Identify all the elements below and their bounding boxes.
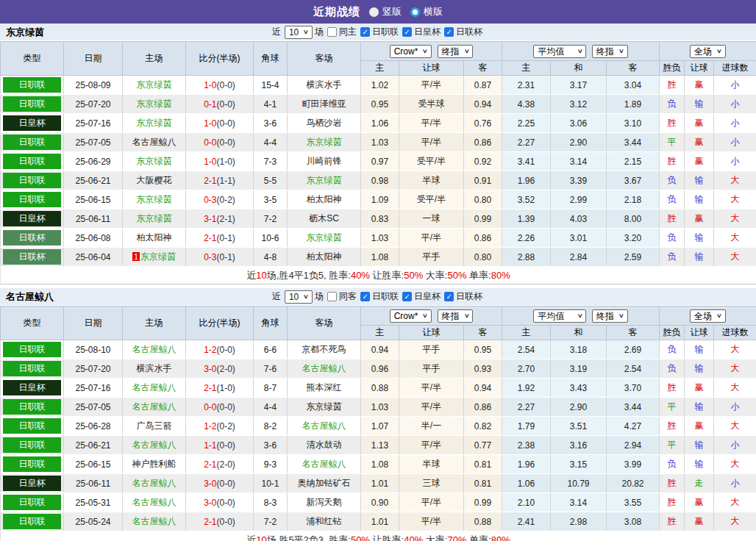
away-team-cell: 奥纳加钴矿石 [288,474,361,493]
recent-count-select[interactable]: 10∨ [285,290,313,304]
scope-select[interactable]: 全场∨ [690,309,726,323]
section-header-away-team: 名古屋鲸八 近 10∨ 场 同客 日职联 日皇杯 日联杯 [0,288,756,306]
league-type-badge: 日职联 [3,456,61,472]
col-header-handicap: 让球 [399,61,464,76]
avg-stage-select[interactable]: 终指∨ [592,309,628,323]
scope-select[interactable]: 全场∨ [690,45,726,58]
away-team-cell: 町田泽维亚 [288,95,361,114]
result-goals-cell: 小 [714,114,756,133]
result-wdl: 平 [668,137,677,147]
result-wdl-cell: 负 [660,190,685,209]
odds-stage-select[interactable]: 终指∨ [438,309,474,323]
league-filter-checkbox-league-cup[interactable] [444,292,454,301]
radio-checked-icon[interactable] [410,7,420,17]
scope-header: 全场∨ [660,307,756,326]
full-time-score: 0-0 [204,402,216,412]
match-row: 日职联25-08-09东京绿茵1-0(0-0)15-4横滨水手1.02平/半0.… [1,76,756,95]
avg-away-cell: 2.59 [607,248,660,267]
odds-home-cell: 1.09 [361,190,399,209]
odds-away-cell: 0.99 [464,209,502,229]
league-type-badge: 日职联 [3,418,61,434]
avg-stage-select[interactable]: 终指∨ [592,45,628,58]
summary-text: 70% [447,534,466,541]
chevron-down-icon: ∨ [463,46,469,57]
home-team-cell: 名古屋鲸八 [123,340,186,359]
result-handicap: 赢 [695,118,704,128]
avg-draw-cell: 3.14 [551,152,607,171]
same-venue-checkbox[interactable] [327,292,337,301]
date-cell: 25-08-09 [64,76,123,95]
odds-source-select[interactable]: Crow*∨ [390,309,432,323]
result-handicap-cell: 赢 [685,152,714,171]
result-handicap: 输 [695,98,704,109]
league-filter-checkbox-emperor-cup[interactable] [402,27,412,37]
summary-text: 10 [256,270,266,281]
home-team-name: 东京绿茵 [140,251,176,262]
league-cell: 日职联 [1,133,64,152]
result-goals-cell: 小 [714,152,756,171]
avg-home-cell: 2.25 [502,114,551,133]
corner-cell: 9-3 [254,455,288,474]
recent-count-select[interactable]: 10∨ [285,26,313,39]
result-goals: 小 [731,478,740,488]
result-goals: 大 [731,382,740,393]
result-goals: 小 [731,440,740,450]
full-time-score: 0-0 [204,137,216,148]
odds-away-cell: 0.80 [464,190,502,209]
avg-home-cell: 3.41 [502,152,551,171]
odds-away-cell: 0.81 [464,474,502,493]
avg-source-select[interactable]: 平均值∨ [533,309,586,323]
away-team-name: 东京绿茵 [307,232,342,243]
home-team-name: 名古屋鲸八 [132,401,176,412]
score-cell: 1-0(1-0) [186,152,254,171]
result-handicap: 赢 [695,137,704,147]
score-cell: 2-1(1-0) [186,379,254,398]
layout-radio-horizontal[interactable]: 横版 [410,5,443,18]
layout-radio-vertical[interactable]: 竖版 [369,5,402,18]
odds-source-select[interactable]: Crow*∨ [390,45,432,58]
radio-horizontal-label: 横版 [424,5,443,18]
same-venue-checkbox[interactable] [327,27,337,37]
result-goals-cell: 大 [714,248,756,267]
league-filter-checkbox-league-cup[interactable] [444,27,454,37]
avg-away-cell: 3.67 [607,171,660,190]
date-cell: 25-05-24 [64,512,123,531]
league-filter-checkbox-emperor-cup[interactable] [402,292,412,301]
result-handicap: 赢 [695,497,704,507]
result-goals-cell: 大 [714,209,756,229]
home-team-name: 广岛三箭 [137,420,172,431]
score-cell: 3-1(2-1) [186,209,254,229]
avg-away-cell: 8.00 [607,209,660,229]
avg-home-cell: 2.27 [502,398,551,417]
odds-stage-select[interactable]: 终指∨ [438,45,474,58]
full-time-score: 3-0 [204,479,216,489]
avg-home-cell: 2.70 [502,359,551,379]
date-cell: 25-08-10 [64,340,123,359]
full-time-score: 1-0 [204,118,216,129]
radio-icon[interactable] [369,7,379,17]
score-cell: 3-0(0-0) [186,474,254,493]
away-team-cell: 名古屋鲸八 [288,359,361,379]
odds-away-cell: 0.95 [464,340,502,359]
half-time-score: (2-0) [217,459,235,470]
league-filter-checkbox-jleague[interactable] [360,292,370,301]
odds-away-cell: 0.87 [464,76,502,95]
chevron-down-icon: ∨ [303,292,309,302]
full-time-score: 3-0 [204,498,216,508]
result-goals: 小 [731,98,740,109]
result-goals: 大 [731,344,740,354]
half-time-score: (0-0) [217,402,235,412]
result-handicap: 输 [695,440,704,450]
result-wdl-cell: 负 [660,455,685,474]
league-filter-checkbox-jleague[interactable] [360,27,370,37]
match-row: 日职联25-08-10名古屋鲸八1-2(0-0)6-6京都不死鸟0.94平手0.… [1,340,756,359]
avg-source-select[interactable]: 平均值∨ [533,45,586,58]
full-time-score: 2-1 [204,459,216,470]
result-goals: 大 [731,363,740,373]
date-cell: 25-06-28 [64,417,123,436]
league-type-badge: 日职联 [3,135,61,150]
home-team-cell: 东京绿茵 [123,190,186,209]
date-cell: 25-07-20 [64,95,123,114]
odds-home-cell: 1.03 [361,229,399,248]
result-wdl: 胜 [668,516,677,526]
